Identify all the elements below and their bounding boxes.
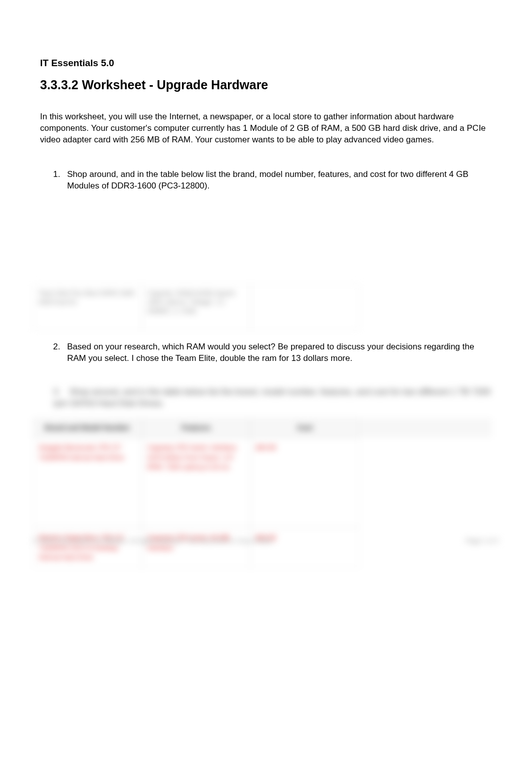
course-title: IT Essentials 5.0 [40,58,492,69]
page-footer: © 2015 Cisco and/or its affiliates. All … [33,537,499,544]
table-row: Seagate Barracuda 1TB 3.5" 7200RPM Inter… [33,437,492,527]
cell-brand: Seagate Barracuda 1TB 3.5" 7200RPM Inter… [33,437,142,527]
list-number: 2. [53,341,67,364]
list-text: Shop around, and in the table below list… [53,387,490,408]
table-cell-cost [250,284,359,330]
hdd-table-blurred: Brand and Model Number Features Cost Sea… [33,418,492,568]
copyright-text: © 2015 Cisco and/or its affiliates. All … [33,537,274,544]
table-row: Team Elite Plus Blue DDR3-1600 8GB Dual … [33,284,492,330]
list-item-3-blurred: 3. Shop around, and in the table below l… [40,386,492,410]
list-text: Shop around, and in the table below list… [67,169,492,192]
cell-cost: $44.99 [250,437,359,527]
ram-table-row-blurred: Team Elite Plus Blue DDR3-1600 8GB Dual … [33,284,492,330]
cell-features: Capacity:1TB Cache: 64 MB Interface: [142,527,250,568]
intro-paragraph: In this worksheet, you will use the Inte… [40,111,492,146]
table-header-row: Brand and Model Number Features Cost [33,418,492,437]
list-item-1: 1. Shop around, and in the table below l… [40,169,492,192]
spacer [40,371,492,386]
list-number: 1. [53,169,67,192]
cell-brand: Western Digital Blue 1TB 3.5" 7200RPM SA… [33,527,142,568]
table-cell-brand: Team Elite Plus Blue DDR3-1600 8GB Dual … [33,284,142,330]
page-number: Page 1 of 2 [466,537,499,544]
list-number: 3. [53,386,67,398]
cell-cost: $44.89 [250,527,359,568]
table-row: Western Digital Blue 1TB 3.5" 7200RPM SA… [33,527,492,568]
list-text: Based on your research, which RAM would … [67,341,492,364]
spacer [40,199,492,284]
cell-features: Capacity:1TB Cache: Interface: SATA 6Gb/… [142,437,250,527]
header-cost: Cost [250,418,359,437]
header-brand: Brand and Model Number [33,418,142,437]
list-item-2: 2. Based on your research, which RAM wou… [40,341,492,364]
worksheet-title: 3.3.3.2 Worksheet - Upgrade Hardware [40,78,492,92]
table-cell-features: Capacity: 8GB(2x4GB) Speed: 1600 Latency… [142,284,250,330]
header-features: Features [142,418,250,437]
